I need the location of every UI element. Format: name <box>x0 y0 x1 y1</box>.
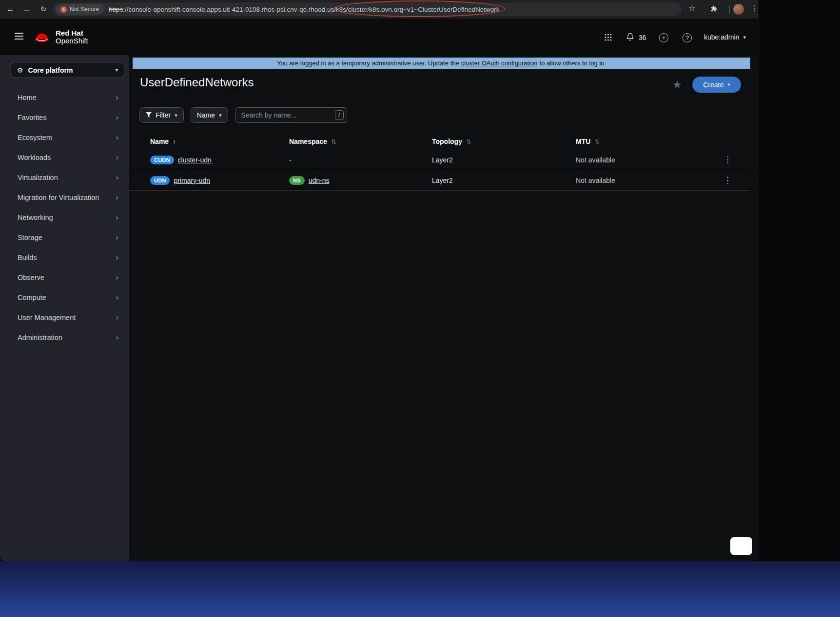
slash-shortcut-key: / <box>335 110 344 120</box>
topology-cell: Layer2 <box>432 156 576 164</box>
chevron-right-icon: › <box>116 133 118 142</box>
bookmark-star-icon[interactable]: ☆ <box>688 3 695 13</box>
chevron-down-icon: ▾ <box>115 67 118 73</box>
sidebar-nav-list: Home› Favorites› Ecosystem› Workloads› V… <box>0 87 129 347</box>
search-box: / <box>235 107 347 123</box>
chevron-down-icon: ▾ <box>727 81 730 88</box>
filter-toolbar: Filter ▾ Name ▾ / <box>139 107 347 123</box>
sidebar-item-migration-for-virtualization[interactable]: Migration for Virtualization› <box>0 187 129 207</box>
chevron-right-icon: › <box>116 153 118 162</box>
brand-name-bottom: OpenShift <box>56 37 88 45</box>
security-label: Not Secure <box>70 6 99 13</box>
chevron-right-icon: › <box>116 213 118 222</box>
udn-table: Name ↑ Namespace ⇅ Topology ⇅ MTU ⇅ <box>129 133 750 191</box>
address-bar[interactable]: ! Not Secure https://console-openshift-c… <box>53 2 682 16</box>
banner-text-suffix: to allow others to log in. <box>540 60 606 67</box>
notifications-bell-icon[interactable] <box>626 33 634 43</box>
name-cell: CUDN cluster-udn <box>150 156 289 164</box>
namespace-link-udn-ns[interactable]: udn-ns <box>309 177 330 184</box>
notification-count[interactable]: 36 <box>639 34 646 41</box>
page-title: UserDefinedNetworks <box>140 76 254 89</box>
help-icon[interactable]: ? <box>683 33 692 42</box>
row-kebab-menu-icon[interactable]: ⋮ <box>721 175 735 185</box>
perspective-label: Core platform <box>28 66 111 74</box>
quick-create-plus-icon[interactable]: + <box>659 33 668 42</box>
floating-widget[interactable] <box>730 537 752 555</box>
resource-kind-badge-udn: UDN <box>150 176 170 185</box>
cluster-oauth-configuration-link[interactable]: cluster OAuth configuration <box>461 60 538 67</box>
sidebar-item-builds[interactable]: Builds› <box>0 247 129 267</box>
browser-profile-avatar[interactable] <box>733 4 744 15</box>
sort-ascending-icon: ↑ <box>173 138 176 145</box>
browser-window: ← → ↻ ! Not Secure https://console-opens… <box>0 0 759 561</box>
extensions-puzzle-icon[interactable] <box>710 5 718 15</box>
search-input[interactable] <box>240 111 335 119</box>
browser-reload-button[interactable]: ↻ <box>37 3 50 16</box>
brand-logo: Red Hat OpenShift <box>33 29 88 45</box>
perspective-switcher[interactable]: ⚙ Core platform ▾ <box>11 62 124 78</box>
funnel-icon <box>146 112 152 118</box>
nav-toggle-hamburger-icon[interactable] <box>15 33 23 41</box>
sidebar-item-observe[interactable]: Observe› <box>0 267 129 287</box>
chevron-right-icon: › <box>116 233 118 242</box>
topology-cell: Layer2 <box>432 177 576 184</box>
sidebar-item-home[interactable]: Home› <box>0 87 129 107</box>
column-header-namespace[interactable]: Namespace ⇅ <box>289 138 432 145</box>
sidebar-nav: ⚙ Core platform ▾ Home› Favorites› Ecosy… <box>0 55 129 561</box>
filter-button[interactable]: Filter ▾ <box>139 107 184 123</box>
chevron-right-icon: › <box>116 293 118 302</box>
row-kebab-menu-icon[interactable]: ⋮ <box>721 155 735 165</box>
not-secure-icon: ! <box>60 6 67 13</box>
chevron-right-icon: › <box>116 253 118 262</box>
browser-forward-button[interactable]: → <box>20 3 33 16</box>
browser-back-button[interactable]: ← <box>4 3 17 16</box>
resource-kind-badge-cudn: CUDN <box>150 156 174 164</box>
redhat-fedora-icon <box>33 31 51 44</box>
namespace-cell: NS udn-ns <box>289 176 432 185</box>
sidebar-item-user-management[interactable]: User Management› <box>0 307 129 327</box>
mtu-cell: Not available <box>576 156 705 164</box>
chevron-right-icon: › <box>116 93 118 102</box>
resource-link-cluster-udn[interactable]: cluster-udn <box>178 156 212 164</box>
namespace-badge-ns: NS <box>289 176 305 185</box>
url-rest: ://console-openshift-console.apps.uit-42… <box>123 6 499 13</box>
chevron-right-icon: › <box>116 333 118 342</box>
sidebar-item-virtualization[interactable]: Virtualization› <box>0 167 129 187</box>
create-button[interactable]: Create ▾ <box>692 77 741 93</box>
url-scheme: https <box>109 6 123 13</box>
sidebar-item-workloads[interactable]: Workloads› <box>0 147 129 167</box>
sidebar-item-storage[interactable]: Storage› <box>0 227 129 247</box>
user-menu[interactable]: kube:admin ▾ <box>704 33 746 41</box>
toolbar-divider <box>729 5 730 13</box>
column-header-name[interactable]: Name ↑ <box>150 138 289 145</box>
favorite-star-icon[interactable]: ★ <box>672 79 682 91</box>
banner-text-prefix: You are logged in as a temporary adminis… <box>277 60 459 67</box>
column-header-topology[interactable]: Topology ⇅ <box>432 138 576 145</box>
chevron-right-icon: › <box>116 193 118 202</box>
chevron-down-icon: ▾ <box>219 112 222 119</box>
chevron-right-icon: › <box>116 273 118 282</box>
table-header-row: Name ↑ Namespace ⇅ Topology ⇅ MTU ⇅ <box>129 133 750 150</box>
sidebar-item-ecosystem[interactable]: Ecosystem› <box>0 127 129 147</box>
table-row-cluster-udn: CUDN cluster-udn - Layer2 Not available … <box>129 150 750 170</box>
app-launcher-grid-icon[interactable] <box>605 34 612 43</box>
resource-link-primary-udn[interactable]: primary-udn <box>174 177 210 184</box>
sidebar-item-compute[interactable]: Compute› <box>0 287 129 307</box>
desktop-wallpaper <box>0 561 840 617</box>
sidebar-item-networking[interactable]: Networking› <box>0 207 129 227</box>
table-row-primary-udn: UDN primary-udn NS udn-ns Layer2 Not ava… <box>129 170 750 191</box>
sort-icon: ⇅ <box>331 138 336 145</box>
actions-cell: ⋮ <box>705 155 750 165</box>
browser-menu-kebab-icon[interactable]: ⋮ <box>751 3 759 13</box>
attribute-dropdown[interactable]: Name ▾ <box>191 107 228 123</box>
browser-toolbar: ← → ↻ ! Not Secure https://console-opens… <box>0 0 759 19</box>
sidebar-item-favorites[interactable]: Favorites› <box>0 107 129 127</box>
sort-icon: ⇅ <box>466 138 471 145</box>
security-chip[interactable]: ! Not Secure <box>56 4 104 15</box>
sidebar-item-administration[interactable]: Administration› <box>0 327 129 347</box>
masthead: Red Hat OpenShift 36 + ? kube:admin ▾ <box>0 19 759 55</box>
column-header-mtu[interactable]: MTU ⇅ <box>576 138 705 145</box>
mtu-cell: Not available <box>576 177 705 184</box>
gear-icon: ⚙ <box>17 66 23 74</box>
namespace-cell: - <box>289 156 432 164</box>
